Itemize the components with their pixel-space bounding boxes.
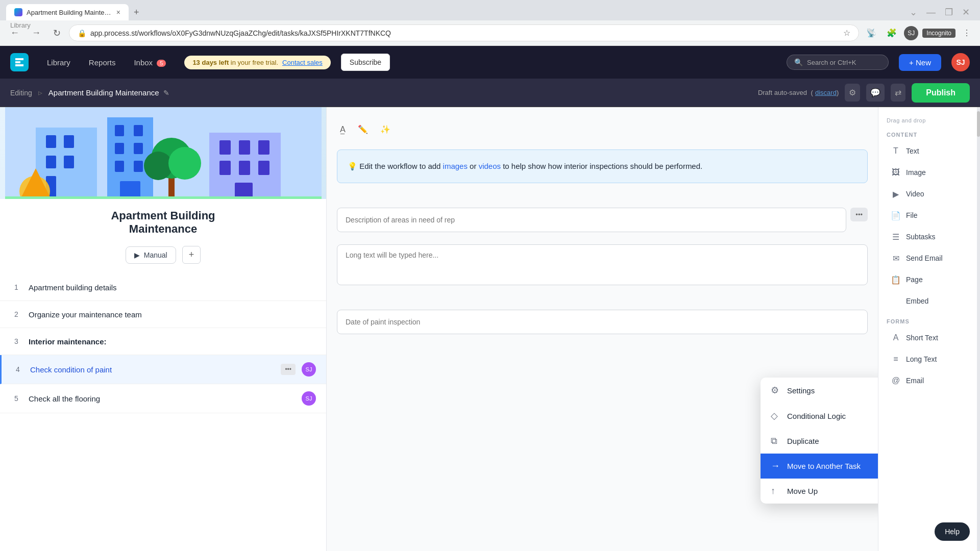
task-name: Check all the flooring (29, 394, 296, 403)
context-menu-item[interactable]: ◇ Conditional Logic (761, 403, 878, 429)
tab-chevron-icon[interactable]: ⌄ (905, 7, 921, 18)
profile-icon[interactable]: SJ (904, 26, 918, 40)
images-link[interactable]: images (443, 162, 468, 170)
discard-link[interactable]: discard (815, 89, 837, 96)
star-icon[interactable]: ☆ (843, 28, 850, 38)
sidebar-forms-item[interactable]: A Short Text (883, 328, 976, 348)
svg-rect-23 (258, 140, 270, 155)
publish-button[interactable]: Publish (912, 83, 970, 103)
search-bar[interactable]: 🔍 Search or Ctrl+K (787, 55, 889, 70)
svg-rect-12 (134, 143, 143, 154)
description-field-row: ••• (337, 208, 868, 232)
workflow-controls: ▶ Manual + (0, 246, 326, 274)
play-icon: ▶ (134, 251, 140, 259)
nav-reports[interactable]: Reports (81, 54, 124, 71)
sidebar-content-item[interactable]: 📋 Page (883, 269, 976, 290)
menu-item-icon: ⚙ (771, 385, 781, 396)
sidebar-content-item[interactable]: ▶ Video (883, 184, 976, 204)
subscribe-button[interactable]: Subscribe (341, 54, 390, 71)
svg-point-19 (168, 147, 201, 180)
manual-button[interactable]: ▶ Manual (126, 246, 176, 264)
sidebar-content-item[interactable]: Embed (883, 291, 976, 311)
date-input[interactable] (337, 310, 868, 334)
sidebar-forms-label: Long Text (906, 355, 937, 363)
sidebar-content-icon: T (891, 146, 901, 156)
sidebar-content-item[interactable]: ✉ Send Email (883, 248, 976, 268)
content-hint: 💡 Edit the workflow to add images or vid… (337, 149, 868, 183)
highlight-button[interactable]: ✏️ (355, 121, 371, 137)
sidebar-content-item[interactable]: 🖼 Image (883, 162, 976, 183)
sidebar-content-label: Send Email (906, 254, 943, 262)
sidebar-forms-icon: A (891, 333, 901, 343)
svg-rect-24 (219, 161, 231, 175)
browser-tab[interactable]: Apartment Building Maintenance... × (6, 4, 129, 20)
extensions-icon[interactable]: 🧩 (884, 25, 900, 41)
svg-rect-13 (115, 161, 124, 172)
field-more-button[interactable]: ••• (850, 208, 868, 221)
menu-icon[interactable]: ⋮ (960, 25, 974, 41)
close-tab-icon[interactable]: × (116, 8, 120, 16)
sidebar-content-label: Page (906, 276, 923, 284)
address-bar[interactable]: 🔒 app.process.st/workflows/oX0FyG3dnwNUz… (69, 24, 859, 41)
new-tab-button[interactable]: + (130, 5, 143, 20)
task-item[interactable]: 4 Check condition of paint ••• SJ (0, 355, 326, 384)
menu-item-label: Move to Another Task (787, 462, 861, 470)
new-button[interactable]: + New (899, 54, 941, 71)
editing-label: Editing (10, 89, 32, 97)
hero-illustration: 🔧 (5, 107, 322, 199)
context-menu-item[interactable]: ↑ Move Up (761, 479, 878, 504)
sidebar-content-item[interactable]: T Text (883, 141, 976, 161)
close-window-icon[interactable]: ✕ (958, 7, 974, 18)
nav-library[interactable]: Library (39, 54, 79, 71)
text-color-button[interactable]: A̲ (337, 121, 349, 137)
shuffle-icon-button[interactable]: ⇄ (891, 84, 905, 102)
workflow-hero: 🔧 (0, 107, 326, 199)
menu-item-label: Move Up (787, 487, 818, 495)
svg-rect-11 (115, 143, 124, 154)
task-item[interactable]: 5 Check all the flooring SJ (0, 384, 326, 413)
description-input[interactable] (337, 208, 846, 232)
tab-favicon (14, 8, 22, 16)
settings-icon-button[interactable]: ⚙ (845, 84, 860, 102)
context-menu-item[interactable]: ⚙ Settings (761, 378, 878, 403)
task-item[interactable]: 2 Organize your maintenance team (0, 301, 326, 328)
context-menu-item[interactable]: → Move to Another Task (761, 454, 878, 479)
cast-icon[interactable]: 📡 (863, 25, 879, 41)
nav-inbox[interactable]: Inbox 5 (126, 54, 174, 71)
videos-link[interactable]: videos (479, 162, 501, 170)
task-menu-button[interactable]: ••• (281, 364, 296, 375)
comment-icon-button[interactable]: 💬 (866, 84, 885, 102)
format-button[interactable]: ✨ (377, 121, 394, 137)
long-text-input[interactable] (337, 244, 868, 285)
sidebar-forms-item[interactable]: ≡ Long Text (883, 349, 976, 369)
add-task-button[interactable]: + (182, 246, 201, 264)
task-avatar: SJ (302, 391, 316, 406)
task-items-container: 1 Apartment building details 2 Organize … (0, 274, 326, 413)
sidebar-forms-item[interactable]: @ Email (883, 370, 976, 391)
sidebar-content-icon: 📄 (891, 210, 901, 220)
help-button[interactable]: Help (935, 522, 970, 541)
minimize-icon[interactable]: — (922, 7, 940, 18)
task-item[interactable]: 1 Apartment building details (0, 274, 326, 301)
svg-rect-15 (120, 181, 140, 199)
svg-rect-22 (239, 140, 250, 155)
task-avatar: SJ (302, 362, 316, 377)
sidebar-forms-label: Short Text (906, 334, 938, 342)
context-menu-item[interactable]: ⧉ Duplicate (761, 429, 878, 454)
workflow-name: Apartment Building Maintenance (0, 199, 326, 246)
task-item[interactable]: 3 Interior maintenance: (0, 328, 326, 355)
refresh-button[interactable]: ↻ (49, 26, 65, 41)
maximize-icon[interactable]: ❐ (941, 7, 957, 18)
contact-sales-link[interactable]: Contact sales (282, 59, 323, 66)
sidebar-content-icon: ☰ (891, 232, 901, 242)
edit-workflow-icon[interactable]: ✎ (163, 89, 169, 97)
lock-icon: 🔒 (78, 29, 86, 37)
sidebar-content-item[interactable]: ☰ Subtasks (883, 227, 976, 247)
inbox-badge: 5 (157, 60, 166, 67)
avatar[interactable]: SJ (951, 53, 970, 71)
center-content: A̲ ✏️ ✨ 💡 Edit the workflow to add image… (327, 107, 878, 551)
task-number: 1 (10, 281, 22, 293)
sidebar-content-item[interactable]: 📄 File (883, 205, 976, 226)
sidebar-content-label: Text (906, 147, 919, 155)
search-placeholder: Search or Ctrl+K (807, 59, 856, 66)
